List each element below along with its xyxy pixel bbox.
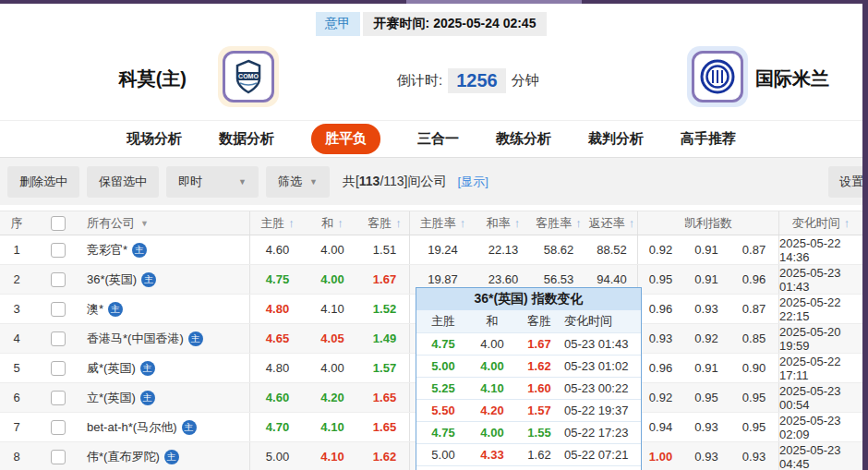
col-header-draw-odds[interactable]: 和↑ bbox=[305, 211, 360, 235]
kelly-away: 0.85 bbox=[729, 324, 778, 353]
company-name[interactable]: 36*(英国) bbox=[87, 271, 137, 288]
row-checkbox[interactable] bbox=[51, 361, 66, 376]
popup-row: 5.50 4.20 1.57 05-22 19:37 bbox=[416, 399, 641, 421]
primary-badge-icon: 主 bbox=[164, 450, 179, 464]
row-checkbox-cell bbox=[33, 354, 83, 382]
kelly-draw: 0.93 bbox=[683, 442, 729, 470]
col-header-away-odds[interactable]: 客胜↑ bbox=[360, 211, 409, 235]
col-header-change-time[interactable]: 变化时间↑ bbox=[778, 211, 862, 235]
sort-asc-icon: ↑ bbox=[337, 216, 344, 230]
draw-odds: 4.20 bbox=[305, 383, 360, 412]
col-header-seq: 序 bbox=[0, 211, 33, 235]
sort-asc-icon: ↑ bbox=[460, 216, 466, 230]
row-seq: 6 bbox=[0, 383, 33, 412]
away-odds: 1.49 bbox=[360, 324, 409, 353]
row-seq: 3 bbox=[0, 295, 33, 323]
popup-header: 主胜 和 客胜 变化时间 bbox=[416, 310, 641, 332]
sort-asc-icon: ↑ bbox=[395, 216, 402, 230]
tab-data-analysis[interactable]: 数据分析 bbox=[219, 130, 274, 148]
kelly-home: 0.92 bbox=[637, 235, 683, 264]
kelly-draw: 0.93 bbox=[683, 295, 729, 323]
company-name[interactable]: 香港马*(中国香港) bbox=[87, 331, 184, 347]
kelly-away: 0.93 bbox=[729, 442, 778, 470]
col-header-home-rate[interactable]: 主胜率↑ bbox=[409, 211, 476, 235]
company-cell: 36*(英国)主 bbox=[83, 265, 249, 294]
draw-odds: 4.00 bbox=[305, 265, 360, 294]
popup-row: 5.00 4.20 1.62 05-22 00:00 bbox=[416, 465, 641, 470]
chevron-down-icon: ▼ bbox=[309, 177, 318, 187]
popup-change-time: 05-23 01:43 bbox=[564, 337, 641, 351]
change-time: 2025-05-23 04:45 bbox=[778, 442, 862, 470]
company-name[interactable]: 竞彩官* bbox=[87, 242, 127, 259]
popup-draw-odds: 4.00 bbox=[470, 426, 514, 440]
home-odds: 5.00 bbox=[249, 442, 305, 470]
show-link[interactable]: [显示] bbox=[458, 174, 488, 190]
popup-away-odds: 1.57 bbox=[514, 404, 564, 417]
row-checkbox-cell bbox=[33, 383, 83, 412]
odds-comparison-page: 意甲 开赛时间: 2025-05-24 02:45 科莫(主) COMO 倒计时… bbox=[0, 0, 868, 470]
home-odds: 4.65 bbox=[249, 324, 305, 353]
tab-referee-analysis[interactable]: 裁判分析 bbox=[588, 130, 644, 148]
countdown-unit: 分钟 bbox=[512, 72, 539, 90]
row-checkbox[interactable] bbox=[51, 391, 66, 405]
col-header-return-rate[interactable]: 返还率↑ bbox=[586, 211, 637, 235]
tab-coach-analysis[interactable]: 教练分析 bbox=[496, 130, 551, 148]
popup-home-odds: 4.75 bbox=[416, 426, 470, 440]
company-name[interactable]: bet-at-h*(马尔他) bbox=[87, 419, 177, 436]
change-time: 2025-05-23 00:54 bbox=[778, 383, 862, 412]
primary-badge-icon: 主 bbox=[132, 243, 147, 258]
chevron-down-icon: ▼ bbox=[140, 219, 149, 228]
top-scrollbar-thumb[interactable] bbox=[406, 0, 582, 4]
company-cell: 澳*主 bbox=[83, 295, 249, 323]
count-prefix: 共[ bbox=[343, 174, 359, 188]
col-header-company[interactable]: 所有公司▼ bbox=[83, 211, 249, 235]
draw-odds: 4.10 bbox=[305, 413, 360, 441]
table-row[interactable]: 1 竞彩官*主 4.60 4.00 1.51 19.24 22.13 58.62… bbox=[0, 235, 862, 265]
popup-draw-odds: 4.00 bbox=[470, 359, 514, 373]
select-all-checkbox[interactable] bbox=[51, 216, 66, 231]
delete-selected-button[interactable]: 删除选中 bbox=[7, 166, 79, 198]
tab-live-analysis[interactable]: 现场分析 bbox=[127, 130, 182, 148]
tab-expert-picks[interactable]: 高手推荐 bbox=[681, 130, 736, 148]
row-seq: 2 bbox=[0, 265, 33, 294]
kelly-home: 1.00 bbox=[637, 442, 683, 470]
row-checkbox[interactable] bbox=[51, 450, 66, 464]
company-name[interactable]: 伟*(直布罗陀) bbox=[87, 449, 160, 465]
change-time: 2025-05-22 14:36 bbox=[778, 235, 862, 264]
company-name[interactable]: 澳* bbox=[87, 301, 103, 318]
home-odds: 4.80 bbox=[249, 295, 305, 323]
league-badge[interactable]: 意甲 bbox=[316, 12, 360, 36]
company-name[interactable]: 立*(英国) bbox=[87, 390, 136, 406]
filter-dropdown[interactable]: 筛选▼ bbox=[266, 166, 330, 198]
keep-selected-button[interactable]: 保留选中 bbox=[87, 166, 159, 198]
home-team-logo: COMO bbox=[218, 46, 279, 107]
row-seq: 5 bbox=[0, 354, 33, 382]
row-checkbox-cell bbox=[33, 235, 83, 264]
away-team-name: 国际米兰 bbox=[755, 66, 829, 91]
row-checkbox-cell bbox=[33, 413, 83, 441]
row-checkbox[interactable] bbox=[51, 272, 66, 287]
draw-odds: 4.10 bbox=[305, 295, 360, 323]
live-odds-dropdown[interactable]: 即时▼ bbox=[166, 166, 259, 198]
right-frame-bar[interactable] bbox=[862, 0, 868, 470]
away-odds: 1.65 bbox=[360, 383, 409, 412]
popup-col-home: 主胜 bbox=[416, 313, 470, 330]
primary-badge-icon: 主 bbox=[182, 420, 197, 435]
row-checkbox[interactable] bbox=[51, 331, 66, 346]
row-checkbox[interactable] bbox=[51, 243, 66, 258]
popup-home-odds: 5.50 bbox=[416, 404, 470, 417]
kelly-away: 0.95 bbox=[729, 383, 778, 412]
company-name[interactable]: 威*(英国) bbox=[87, 360, 136, 377]
col-header-draw-rate[interactable]: 和率↑ bbox=[476, 211, 531, 235]
tab-win-draw-lose[interactable]: 胜平负 bbox=[311, 124, 380, 154]
sort-asc-icon: ↑ bbox=[288, 216, 295, 230]
countdown-label: 倒计时: bbox=[397, 72, 442, 90]
col-header-away-rate[interactable]: 客胜率↑ bbox=[531, 211, 586, 235]
tab-three-in-one[interactable]: 三合一 bbox=[417, 130, 459, 148]
popup-change-time: 05-22 19:37 bbox=[564, 404, 641, 417]
row-checkbox[interactable] bbox=[51, 420, 66, 435]
top-frame-bar bbox=[0, 0, 868, 4]
popup-change-time: 05-22 07:21 bbox=[564, 448, 641, 462]
row-checkbox[interactable] bbox=[51, 302, 66, 317]
col-header-home-odds[interactable]: 主胜↑ bbox=[249, 211, 305, 235]
